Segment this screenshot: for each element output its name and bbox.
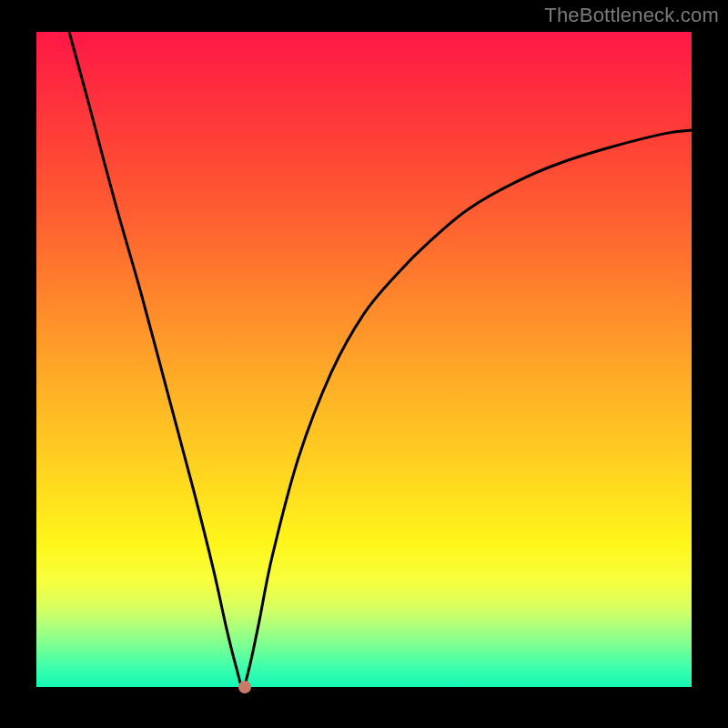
- bottleneck-curve-path: [69, 32, 692, 687]
- optimal-point-marker: [238, 681, 251, 693]
- watermark-text: TheBottleneck.com: [544, 4, 719, 27]
- plot-area: [36, 32, 692, 687]
- chart-frame: TheBottleneck.com: [0, 0, 728, 728]
- curve-svg: [36, 32, 692, 687]
